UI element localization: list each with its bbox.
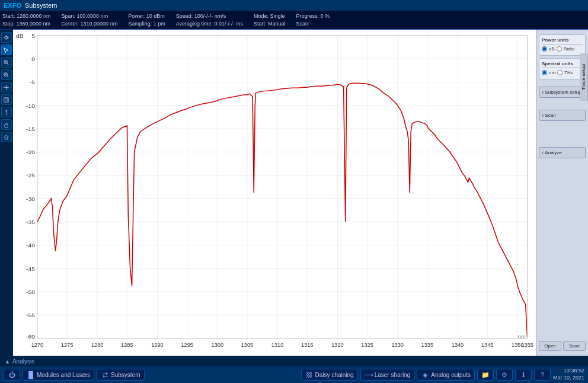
daisy-chaining-button[interactable]: ⛓ Daisy chaining <box>301 369 358 381</box>
open-save-row: Open Save <box>539 341 586 351</box>
info-averaging: Averaging time: 0.01/-/-/- ms <box>176 20 243 28</box>
svg-text:1270: 1270 <box>31 342 43 348</box>
svg-text:5: 5 <box>31 33 35 39</box>
svg-rect-12 <box>4 97 8 101</box>
svg-text:dB: dB <box>16 33 24 39</box>
info-center: Center: 1310.00000 nm <box>62 20 118 28</box>
analyze-button[interactable]: ‹ Analyze <box>539 147 586 158</box>
info-mode: Mode: Single <box>254 12 286 20</box>
cursor-icon[interactable] <box>1 44 12 55</box>
spectral-thz-radio[interactable] <box>557 70 563 75</box>
date-display: Mar 10, 2021 <box>553 375 584 382</box>
svg-text:nm: nm <box>518 334 526 340</box>
svg-text:1305: 1305 <box>241 342 253 348</box>
power-units-title: Power units <box>542 37 583 44</box>
analyze-chevron-icon: ‹ <box>542 149 544 156</box>
lock-icon[interactable] <box>1 119 12 130</box>
info-scan: Scan: - <box>296 20 330 28</box>
help-button[interactable]: ? <box>534 369 551 381</box>
svg-text:-40: -40 <box>26 242 35 249</box>
spectral-units-section: Spectral units nm THz <box>539 58 586 79</box>
subsystem-setup-button[interactable]: ‹ Subsystem setup <box>539 87 586 98</box>
svg-marker-9 <box>6 89 7 90</box>
power-ratio-radio[interactable] <box>557 46 562 52</box>
power-db-row[interactable]: dB Ratio <box>542 46 583 52</box>
svg-text:-5: -5 <box>30 79 36 86</box>
power-db-label: dB <box>549 46 555 52</box>
power-button[interactable]: ⏻ <box>4 369 20 381</box>
scan-button[interactable]: ‹ Scan <box>539 110 586 121</box>
svg-text:1285: 1285 <box>121 342 133 348</box>
info-power-sampling: Power: 10 dBm Sampling: 1 pm <box>128 12 165 27</box>
help-icon: ? <box>538 371 547 379</box>
spectrum-chart: 5 0 -5 -10 -15 -20 -25 -30 -35 -40 -45 -… <box>13 30 536 356</box>
app-title: Subsystem <box>25 2 57 9</box>
info-start-stop: Start: 1260.0000 nm Stop: 1360.0000 nm <box>2 12 51 27</box>
exfo-logo: EXFO <box>4 2 21 9</box>
chart-area: 5 0 -5 -10 -15 -20 -25 -30 -35 -40 -45 -… <box>13 30 536 356</box>
svg-text:1280: 1280 <box>91 342 103 348</box>
spectral-thz-label: THz <box>564 70 573 75</box>
analysis-label: Analysis <box>12 358 34 365</box>
svg-text:1335: 1335 <box>421 342 433 348</box>
info-progress-scan: Progress: 0 % Scan: - <box>296 12 330 27</box>
info-start-mode: Start: Manual <box>254 20 286 28</box>
scan-label: Scan <box>545 113 555 118</box>
svg-text:1325: 1325 <box>361 342 373 348</box>
modules-label: Modules and Lasers <box>37 372 90 378</box>
pan-icon[interactable] <box>1 82 12 92</box>
svg-text:-50: -50 <box>26 289 35 295</box>
zoom-out-icon[interactable] <box>1 69 12 80</box>
svg-text:1315: 1315 <box>301 342 313 348</box>
marker-icon[interactable] <box>1 107 12 117</box>
svg-text:-45: -45 <box>26 266 35 272</box>
svg-text:-55: -55 <box>26 312 35 318</box>
save-button[interactable]: Save <box>563 341 586 351</box>
svg-text:-25: -25 <box>26 173 35 179</box>
spectral-nm-radio[interactable] <box>542 70 547 75</box>
zoom-in-icon[interactable] <box>1 57 12 68</box>
svg-text:1275: 1275 <box>61 342 73 348</box>
open-button[interactable]: Open <box>539 341 561 351</box>
subsystem-status-label: Subsystem <box>111 372 140 378</box>
analyze-label: Analyze <box>545 150 561 155</box>
info-span-center: Span: 100.0000 nm Center: 1310.00000 nm <box>62 12 118 27</box>
spectral-nm-row[interactable]: nm THz <box>542 70 583 75</box>
time-display: 13:36:52 <box>553 368 584 375</box>
svg-text:1340: 1340 <box>452 342 464 348</box>
modules-icon: ▐▌ <box>27 371 35 379</box>
power-db-radio[interactable] <box>542 46 547 52</box>
laser-label: Laser sharing <box>375 372 411 378</box>
status-time: 13:36:52 Mar 10, 2021 <box>553 368 584 381</box>
settings-status-button[interactable]: ⚙ <box>496 369 513 381</box>
top-bar: EXFO Subsystem <box>0 0 588 11</box>
laser-sharing-button[interactable]: ⟶ Laser sharing <box>360 369 415 381</box>
folder-button[interactable]: 📁 <box>477 369 494 381</box>
svg-marker-10 <box>4 87 5 88</box>
spectral-nm-label: nm <box>549 70 555 75</box>
settings-icon[interactable] <box>1 32 12 43</box>
info-span: Span: 100.0000 nm <box>62 12 118 20</box>
arrow-icon[interactable] <box>1 132 12 142</box>
svg-point-0 <box>5 36 8 39</box>
status-bar: ⏻ ▐▌ Modules and Lasers ⇄ Subsystem ⛓ Da… <box>0 366 588 383</box>
daisy-chain-icon: ⛓ <box>305 371 314 379</box>
fit-icon[interactable] <box>1 94 12 105</box>
svg-text:-60: -60 <box>26 333 35 340</box>
subsystem-button[interactable]: ⇄ Subsystem <box>97 369 144 381</box>
modules-button[interactable]: ▐▌ Modules and Lasers <box>23 369 94 381</box>
svg-marker-15 <box>5 109 8 111</box>
info-power: Power: 10 dBm <box>128 12 165 20</box>
svg-text:1330: 1330 <box>391 342 403 348</box>
info-speed-avg: Speed: 100/-/-/- nm/s Averaging time: 0.… <box>176 12 243 27</box>
svg-text:0: 0 <box>31 56 35 62</box>
svg-marker-11 <box>8 87 9 88</box>
spectral-units-title: Spectral units <box>542 61 583 68</box>
info-bar: Start: 1260.0000 nm Stop: 1360.0000 nm S… <box>0 11 588 30</box>
trace-setup-label: Trace setup <box>580 53 588 101</box>
analog-outputs-button[interactable]: ◈ Analog outputs <box>417 369 475 381</box>
info-button[interactable]: ℹ <box>515 369 532 381</box>
svg-text:1320: 1320 <box>331 342 343 348</box>
laser-sharing-icon: ⟶ <box>365 371 373 379</box>
analysis-caret-icon: ▲ <box>5 359 10 365</box>
